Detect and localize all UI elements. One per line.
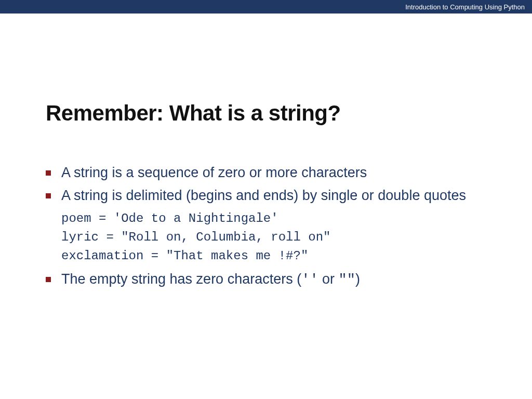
text-part: or: [318, 271, 339, 287]
code-line: poem = 'Ode to a Nightingale': [61, 209, 486, 228]
code-block: poem = 'Ode to a Nightingale' lyric = "R…: [46, 209, 486, 265]
course-title: Introduction to Computing Using Python: [405, 3, 525, 11]
text-part: ): [355, 271, 360, 287]
slide-content: Remember: What is a string? A string is …: [0, 14, 532, 289]
bullet-list: A string is a sequence of zero or more c…: [46, 163, 486, 289]
bullet-text: A string is a sequence of zero or more c…: [61, 163, 367, 182]
header-bar: Introduction to Computing Using Python: [0, 0, 532, 14]
code-line: exclamation = "That makes me !#?": [61, 247, 486, 265]
slide-title: Remember: What is a string?: [46, 101, 486, 126]
text-part: The empty string has zero characters (: [61, 271, 301, 287]
bullet-text: A string is delimited (begins and ends) …: [61, 186, 466, 205]
bullet-marker-icon: [46, 193, 51, 198]
bullet-marker-icon: [46, 170, 51, 176]
bullet-item: A string is a sequence of zero or more c…: [46, 163, 486, 182]
bullet-text: The empty string has zero characters (''…: [61, 270, 360, 289]
mono-text: '': [301, 272, 318, 288]
bullet-marker-icon: [46, 277, 51, 282]
code-line: lyric = "Roll on, Columbia, roll on": [61, 228, 486, 247]
mono-text: "": [339, 272, 355, 288]
bullet-item: A string is delimited (begins and ends) …: [46, 186, 486, 205]
bullet-item: The empty string has zero characters (''…: [46, 270, 486, 289]
